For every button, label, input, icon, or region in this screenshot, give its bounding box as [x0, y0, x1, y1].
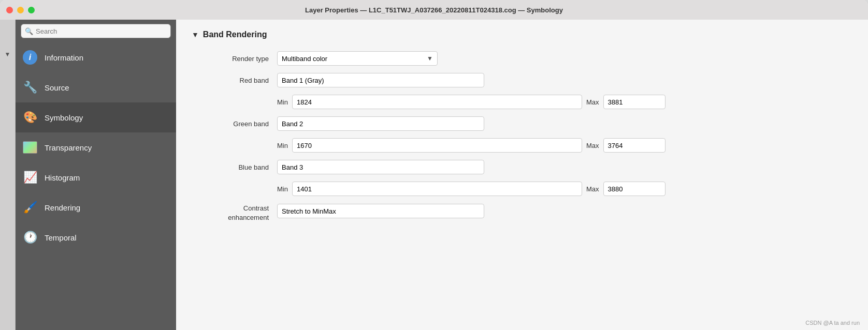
layer-properties-window: Layer Properties — L1C_T51TWJ_A037266_20… [0, 0, 868, 330]
red-band-row: Red band Band 1 (Gray) [192, 71, 852, 89]
close-button[interactable] [6, 7, 13, 13]
red-band-dropdown[interactable]: Band 1 (Gray) [277, 73, 484, 87]
red-minmax-value-cell: Min Max [277, 95, 852, 109]
information-icon: i [22, 49, 38, 66]
watermark: CSDN @A ta and run [805, 320, 860, 326]
green-min-input[interactable] [292, 138, 582, 153]
search-container: 🔍 [16, 20, 176, 42]
sidebar-items-list: i Information 🔧 Source 🎨 Symbolog [16, 42, 176, 330]
red-min-input[interactable] [292, 95, 582, 109]
render-type-value-cell: Multiband color ▼ [277, 51, 852, 66]
sidebar-item-label-histogram: Histogram [45, 173, 80, 182]
temporal-icon: 🕐 [22, 229, 38, 246]
sidebar-item-label-transparency: Transparency [45, 143, 92, 152]
title-bar: Layer Properties — L1C_T51TWJ_A037266_20… [0, 0, 868, 20]
transparency-icon [22, 139, 38, 156]
red-band-label: Red band [192, 77, 277, 84]
sidebar-item-source[interactable]: 🔧 Source [16, 72, 176, 102]
blue-max-label: Max [586, 185, 599, 193]
sidebar-item-rendering[interactable]: 🖌️ Rendering [16, 192, 176, 222]
blue-minmax-row: Min Max [192, 180, 852, 198]
collapse-arrow-icon[interactable]: ▼ [5, 51, 11, 58]
search-input[interactable] [21, 24, 171, 38]
histogram-icon: 📈 [22, 169, 38, 186]
symbology-icon: 🎨 [22, 109, 38, 126]
contrast-enhancement-value-cell: Stretch to MinMax [277, 204, 852, 218]
green-band-selected: Band 2 [282, 120, 303, 128]
sidebar-item-label-source: Source [45, 83, 69, 92]
blue-minmax-value-cell: Min Max [277, 182, 852, 196]
section-header: ▼ Band Rendering [192, 30, 852, 39]
green-max-input[interactable] [603, 138, 666, 153]
sidebar-item-histogram[interactable]: 📈 Histogram [16, 162, 176, 192]
blue-min-input[interactable] [292, 182, 582, 196]
render-type-row: Render type Multiband color ▼ [192, 50, 852, 67]
green-band-row: Green band Band 2 [192, 115, 852, 132]
sidebar-item-label-rendering: Rendering [45, 203, 80, 212]
contrast-enhancement-dropdown[interactable]: Stretch to MinMax [277, 204, 484, 218]
right-panel: ▼ Band Rendering Render type Multiband c… [176, 20, 868, 330]
blue-band-value-cell: Band 3 [277, 160, 852, 174]
window-title: Layer Properties — L1C_T51TWJ_A037266_20… [305, 6, 563, 14]
red-band-selected: Band 1 (Gray) [282, 77, 324, 84]
traffic-lights [6, 7, 35, 13]
render-type-dropdown-arrow-icon: ▼ [427, 55, 433, 62]
red-band-value-cell: Band 1 (Gray) [277, 73, 852, 87]
render-type-dropdown[interactable]: Multiband color ▼ [277, 51, 438, 66]
section-title: Band Rendering [203, 30, 267, 39]
render-type-label: Render type [192, 55, 277, 63]
left-edge-panel: ▼ [0, 20, 16, 330]
contrast-enhancement-row: Contrast enhancement Stretch to MinMax [192, 204, 852, 222]
red-min-label: Min [277, 98, 288, 106]
sidebar-item-transparency[interactable]: Transparency [16, 132, 176, 162]
blue-band-label: Blue band [192, 163, 277, 171]
green-minmax-row: Min Max [192, 137, 852, 154]
blue-min-label: Min [277, 185, 288, 193]
green-band-label: Green band [192, 120, 277, 128]
sidebar-item-symbology[interactable]: 🎨 Symbology [16, 102, 176, 132]
sidebar-item-label-temporal: Temporal [45, 233, 77, 242]
sidebar-item-label-symbology: Symbology [45, 113, 83, 122]
green-max-label: Max [586, 142, 599, 149]
maximize-button[interactable] [28, 7, 35, 13]
blue-band-row: Blue band Band 3 [192, 158, 852, 176]
render-type-selected: Multiband color [282, 55, 327, 63]
red-minmax-row: Min Max [192, 93, 852, 111]
blue-max-input[interactable] [603, 182, 666, 196]
green-minmax-value-cell: Min Max [277, 138, 852, 153]
contrast-enhancement-label: Contrast enhancement [192, 204, 277, 222]
sidebar-item-information[interactable]: i Information [16, 42, 176, 72]
red-max-label: Max [586, 98, 599, 106]
sidebar-item-temporal[interactable]: 🕐 Temporal [16, 222, 176, 252]
source-icon: 🔧 [22, 79, 38, 96]
band-rendering-form: Render type Multiband color ▼ Red band B… [192, 50, 852, 222]
sidebar: 🔍 i Information 🔧 Sou [16, 20, 176, 330]
contrast-enhancement-selected: Stretch to MinMax [282, 207, 336, 215]
blue-band-selected: Band 3 [282, 163, 303, 171]
green-band-dropdown[interactable]: Band 2 [277, 116, 484, 131]
minimize-button[interactable] [17, 7, 24, 13]
section-collapse-icon[interactable]: ▼ [192, 31, 199, 39]
search-wrapper: 🔍 [21, 24, 171, 38]
main-content: ▼ 🔍 i Information [0, 20, 868, 330]
sidebar-item-label-information: Information [45, 53, 83, 62]
green-band-value-cell: Band 2 [277, 116, 852, 131]
blue-band-dropdown[interactable]: Band 3 [277, 160, 484, 174]
red-max-input[interactable] [603, 95, 666, 109]
rendering-icon: 🖌️ [22, 199, 38, 216]
green-min-label: Min [277, 142, 288, 149]
